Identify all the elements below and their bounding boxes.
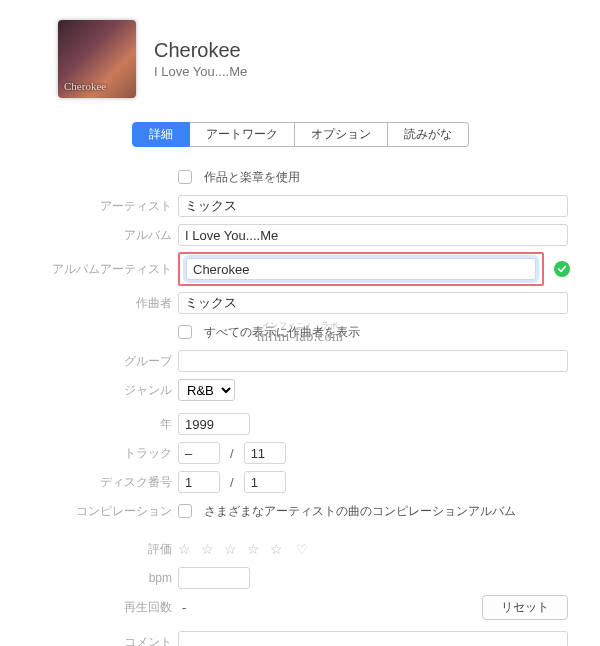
disc-number-input[interactable] (178, 471, 220, 493)
bpm-label: bpm (30, 571, 178, 585)
group-input[interactable] (178, 350, 568, 372)
song-title: Cherokee (154, 39, 247, 62)
show-composer-checkbox[interactable] (178, 325, 192, 339)
genre-label: ジャンル (30, 382, 178, 399)
artwork-overlay-text: Cherokee (64, 80, 106, 92)
year-label: 年 (30, 416, 178, 433)
track-number-input[interactable] (178, 442, 220, 464)
info-dialog: Cherokee Cherokee I Love You....Me 詳細 アー… (0, 0, 600, 646)
tab-sorting[interactable]: 読みがな (388, 122, 469, 147)
show-composer-label: すべての表示に作曲者を表示 (204, 324, 360, 341)
comment-input[interactable] (178, 631, 568, 646)
tab-bar: 詳細 アートワーク オプション 読みがな (30, 122, 570, 147)
tab-options[interactable]: オプション (295, 122, 388, 147)
rating-stars[interactable]: ☆ ☆ ☆ ☆ ☆ ♡ (178, 541, 311, 557)
form: 作品と楽章を使用 アーティスト アルバム アルバムアーティスト 作 (30, 165, 570, 646)
song-subtitle: I Love You....Me (154, 64, 247, 79)
track-separator: / (226, 446, 238, 461)
rating-label: 評価 (30, 541, 178, 558)
album-input[interactable] (178, 224, 568, 246)
album-artist-input[interactable] (186, 258, 536, 280)
composer-input[interactable] (178, 292, 568, 314)
compilation-label: コンピレーション (30, 503, 178, 520)
use-work-movement-checkbox[interactable] (178, 170, 192, 184)
compilation-text: さまざまなアーティストの曲のコンピレーションアルバム (204, 503, 516, 520)
check-icon (554, 261, 570, 277)
disc-label: ディスク番号 (30, 474, 178, 491)
genre-select[interactable]: R&B (178, 379, 235, 401)
composer-label: 作曲者 (30, 295, 178, 312)
disc-total-input[interactable] (244, 471, 286, 493)
disc-separator: / (226, 475, 238, 490)
year-input[interactable] (178, 413, 250, 435)
album-label: アルバム (30, 227, 178, 244)
track-label: トラック (30, 445, 178, 462)
group-label: グループ (30, 353, 178, 370)
use-work-movement-label: 作品と楽章を使用 (204, 169, 300, 186)
star-icon[interactable]: ☆ ☆ ☆ ☆ ☆ (178, 541, 286, 557)
track-total-input[interactable] (244, 442, 286, 464)
highlight-frame (178, 252, 544, 286)
tab-details[interactable]: 詳細 (132, 122, 190, 147)
compilation-checkbox[interactable] (178, 504, 192, 518)
reset-button[interactable]: リセット (482, 595, 568, 620)
plays-value: - (178, 600, 186, 615)
artist-input[interactable] (178, 195, 568, 217)
bpm-input[interactable] (178, 567, 250, 589)
album-artwork: Cherokee (58, 20, 136, 98)
header: Cherokee Cherokee I Love You....Me (58, 20, 570, 98)
heart-icon[interactable]: ♡ (296, 542, 311, 557)
comment-label: コメント (30, 634, 178, 647)
plays-label: 再生回数 (30, 599, 178, 616)
header-text: Cherokee I Love You....Me (154, 39, 247, 79)
tab-artwork[interactable]: アートワーク (190, 122, 295, 147)
artist-label: アーティスト (30, 198, 178, 215)
album-artist-label: アルバムアーティスト (30, 261, 178, 278)
